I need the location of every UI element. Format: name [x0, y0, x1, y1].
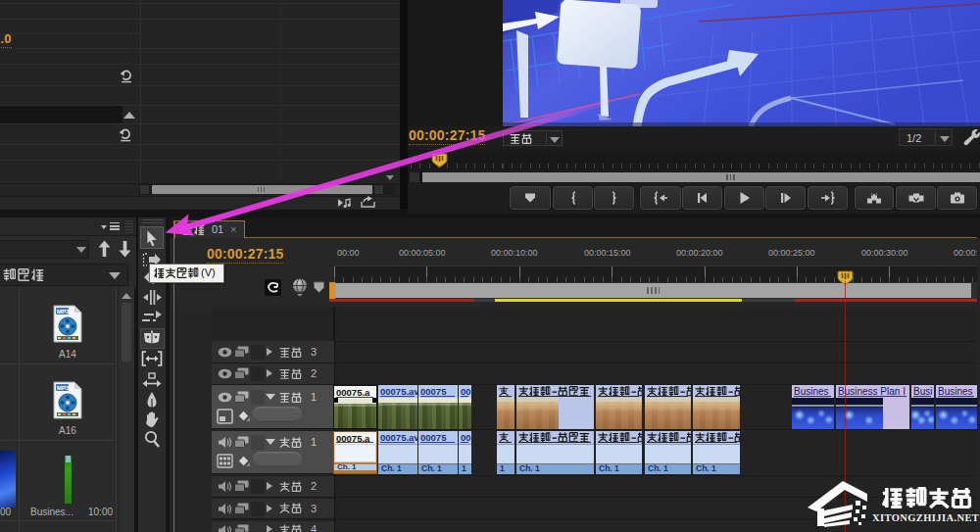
svg-text:MP3: MP3 — [57, 309, 70, 314]
svg-text:MP3: MP3 — [57, 385, 70, 391]
